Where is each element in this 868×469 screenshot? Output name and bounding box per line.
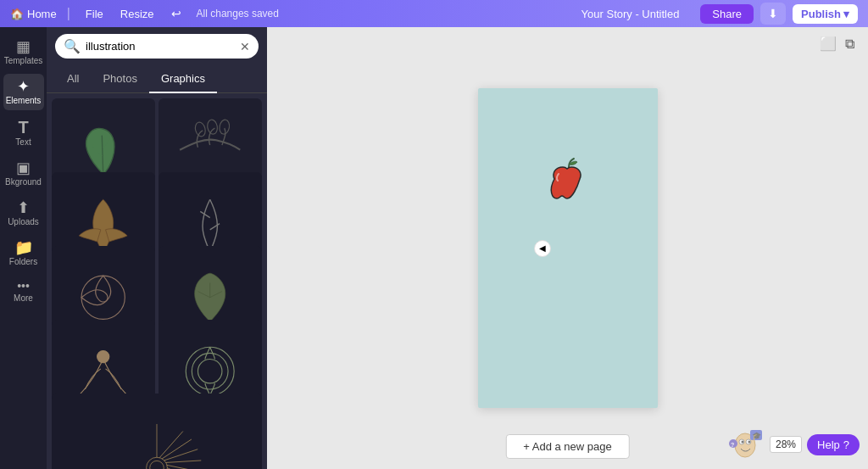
- svg-point-5: [97, 351, 109, 363]
- separator: |: [67, 6, 70, 21]
- sidebar: ▦ Templates ✦ Elements T Text ▣ Bkground…: [0, 27, 47, 469]
- more-icon: •••: [17, 280, 30, 292]
- main-layout: ▦ Templates ✦ Elements T Text ▣ Bkground…: [0, 27, 868, 469]
- graphics-grid: FREE FREE: [47, 93, 267, 469]
- svg-point-6: [186, 348, 235, 396]
- sidebar-item-elements[interactable]: ✦ Elements: [3, 74, 44, 110]
- svg-line-12: [159, 427, 183, 462]
- svg-point-10: [147, 457, 168, 469]
- list-item[interactable]: FREE: [52, 394, 262, 469]
- apple-svg: [533, 152, 601, 220]
- tab-all[interactable]: All: [55, 65, 91, 93]
- chevron-down-icon: ▾: [843, 8, 849, 20]
- sidebar-item-uploads[interactable]: ⬆ Uploads: [3, 195, 44, 232]
- canvas-controls: ⬜ ⧉: [818, 34, 856, 53]
- saved-status: All changes saved: [197, 8, 575, 20]
- tabs: All Photos Graphics: [47, 65, 267, 93]
- svg-point-8: [198, 360, 222, 383]
- folders-icon: 📁: [14, 240, 33, 255]
- sidebar-item-label: Elements: [6, 96, 42, 105]
- download-button[interactable]: ⬇: [760, 3, 786, 25]
- help-label: Help: [817, 438, 840, 451]
- svg-point-28: [748, 441, 750, 444]
- home-icon: 🏠: [10, 8, 24, 20]
- sidebar-item-templates[interactable]: ▦ Templates: [3, 34, 44, 70]
- topbar: 🏠 Home | File Resize ↩ All changes saved…: [0, 0, 868, 27]
- help-button[interactable]: Help ?: [807, 434, 860, 455]
- svg-point-27: [741, 441, 743, 444]
- svg-text:?: ?: [731, 442, 734, 448]
- svg-text:🎓: 🎓: [752, 431, 762, 441]
- sidebar-item-folders[interactable]: 📁 Folders: [3, 235, 44, 271]
- publish-label: Publish: [801, 8, 841, 20]
- svg-line-16: [167, 457, 202, 469]
- help-question-mark: ?: [843, 438, 849, 451]
- bottom-controls: ? 🎓 28% Help ?: [726, 428, 860, 461]
- share-button[interactable]: Share: [700, 4, 754, 24]
- tab-graphics[interactable]: Graphics: [149, 65, 217, 93]
- resize-button[interactable]: Resize: [115, 6, 159, 22]
- sidebar-item-label: Uploads: [8, 217, 39, 226]
- svg-point-1: [194, 121, 207, 137]
- mascot-svg: ? 🎓: [726, 428, 765, 461]
- home-label: Home: [27, 8, 57, 20]
- frame-button[interactable]: ⬜: [818, 34, 838, 53]
- search-bar: 🔍 ✕: [47, 27, 267, 65]
- canvas-page[interactable]: [478, 88, 658, 408]
- sidebar-item-text[interactable]: T Text: [3, 114, 44, 152]
- home-button[interactable]: 🏠 Home: [10, 8, 57, 20]
- sidebar-item-background[interactable]: ▣ Bkground: [3, 155, 44, 192]
- add-page-button[interactable]: + Add a new page: [505, 434, 629, 459]
- hide-panel-button[interactable]: ◀: [534, 240, 551, 257]
- graphic-preview: [104, 399, 209, 469]
- zoom-level[interactable]: 28%: [770, 436, 802, 453]
- search-input[interactable]: [86, 40, 235, 53]
- sidebar-item-label: Text: [15, 137, 31, 147]
- svg-line-14: [164, 438, 198, 469]
- background-icon: ▣: [16, 160, 31, 176]
- file-button[interactable]: File: [81, 6, 108, 22]
- elements-icon: ✦: [17, 79, 30, 94]
- sidebar-item-label: Bkground: [5, 177, 42, 187]
- sidebar-item-more[interactable]: ••• More: [3, 275, 44, 308]
- sidebar-item-label: Folders: [9, 257, 37, 266]
- templates-icon: ▦: [16, 39, 31, 54]
- search-icon: 🔍: [64, 38, 81, 54]
- svg-point-4: [81, 276, 125, 319]
- document-title: Your Story - Untitled: [581, 8, 680, 20]
- uploads-icon: ⬆: [17, 200, 30, 215]
- search-box: 🔍 ✕: [55, 34, 259, 59]
- canvas-area: ⬜ ⧉ + Add a new page: [267, 27, 868, 469]
- svg-point-2: [207, 120, 219, 136]
- text-icon: T: [18, 119, 28, 136]
- sidebar-item-label: Templates: [4, 56, 43, 65]
- tab-photos[interactable]: Photos: [91, 65, 148, 93]
- svg-point-3: [219, 120, 231, 136]
- sidebar-item-label: More: [14, 293, 33, 303]
- publish-button[interactable]: Publish ▾: [793, 4, 858, 24]
- duplicate-button[interactable]: ⧉: [843, 34, 856, 53]
- undo-button[interactable]: ↩: [166, 3, 186, 24]
- svg-point-7: [192, 354, 229, 390]
- apple-element[interactable]: [533, 152, 601, 220]
- svg-point-9: [150, 461, 164, 469]
- elements-panel: 🔍 ✕ All Photos Graphics FREE: [47, 27, 267, 469]
- clear-search-icon[interactable]: ✕: [240, 40, 250, 53]
